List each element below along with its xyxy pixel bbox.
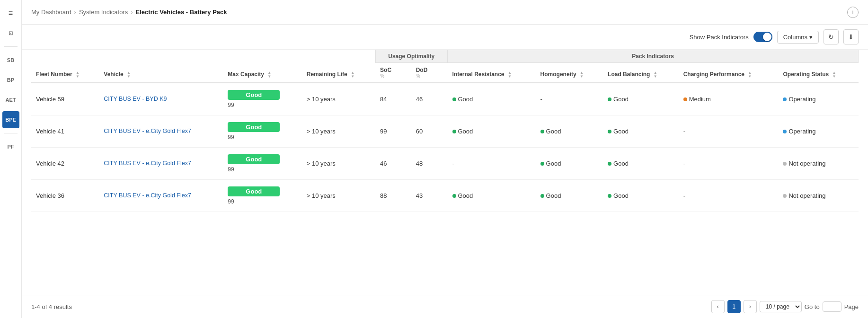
sort-remaining-life-icon: ▲▼ bbox=[351, 71, 354, 79]
col-fleet-number[interactable]: Fleet Number ▲▼ bbox=[31, 63, 99, 83]
prev-page-button[interactable]: ‹ bbox=[711, 300, 725, 313]
capacity-value: 99 bbox=[228, 134, 234, 141]
cell-value: Medium bbox=[679, 83, 779, 115]
sidebar-item-bpe[interactable]: BPE bbox=[2, 111, 19, 128]
header: My Dashboard › System Indicators › Elect… bbox=[22, 0, 868, 25]
table-row: Vehicle 59 CITY BUS EV - BYD K9 Good 99 … bbox=[31, 83, 859, 115]
page-label: Page bbox=[844, 303, 859, 310]
breadcrumb: My Dashboard › System Indicators › Elect… bbox=[31, 9, 227, 16]
col-charging-performance[interactable]: Charging Performance ▲▼ bbox=[679, 63, 779, 83]
footer: 1-4 of 4 results ‹ 1 › 10 / page 20 / pa… bbox=[22, 295, 868, 318]
group-pack-indicators: Pack Indicators bbox=[448, 50, 859, 63]
monitor-icon[interactable]: ⊡ bbox=[2, 25, 19, 42]
vehicle-cell: CITY BUS EV - e.City Gold Flex7 bbox=[99, 115, 223, 148]
capacity-bar: Good bbox=[228, 122, 280, 132]
sidebar-item-aet[interactable]: AET bbox=[2, 91, 19, 108]
header-right: i bbox=[847, 7, 859, 18]
dod-cell: 43 bbox=[411, 180, 448, 212]
gray-dot-icon bbox=[783, 162, 787, 166]
cell-value: Operating bbox=[778, 115, 858, 148]
remaining-life-cell: > 10 years bbox=[302, 115, 375, 148]
sidebar-divider-1 bbox=[4, 46, 18, 47]
cell-value: - bbox=[448, 148, 536, 180]
col-vehicle[interactable]: Vehicle ▲▼ bbox=[99, 63, 223, 83]
next-page-button[interactable]: › bbox=[744, 300, 757, 313]
fleet-number-cell: Vehicle 41 bbox=[31, 115, 99, 148]
breadcrumb-home[interactable]: My Dashboard bbox=[31, 9, 71, 16]
toolbar: Show Pack Indicators Columns ▾ ↻ ⬇ bbox=[22, 25, 868, 50]
vehicle-link[interactable]: CITY BUS EV - e.City Gold Flex7 bbox=[104, 128, 191, 134]
dod-cell: 60 bbox=[411, 115, 448, 148]
vehicle-link[interactable]: CITY BUS EV - e.City Gold Flex7 bbox=[104, 192, 191, 199]
vehicle-cell: CITY BUS EV - BYD K9 bbox=[99, 83, 223, 115]
remaining-life-cell: > 10 years bbox=[302, 180, 375, 212]
green-dot-icon bbox=[452, 97, 456, 101]
cell-value: Good bbox=[536, 148, 603, 180]
remaining-life-cell: > 10 years bbox=[302, 148, 375, 180]
sidebar-item-sb[interactable]: SB bbox=[2, 52, 19, 69]
green-dot-icon bbox=[608, 130, 611, 133]
vehicle-cell: CITY BUS EV - e.City Gold Flex7 bbox=[99, 180, 223, 212]
col-homogeneity[interactable]: Homogeneity ▲▼ bbox=[536, 63, 603, 83]
vehicle-link[interactable]: CITY BUS EV - BYD K9 bbox=[104, 96, 167, 102]
cell-value: - bbox=[679, 180, 779, 212]
breadcrumb-section[interactable]: System Indicators bbox=[79, 9, 128, 16]
sort-internal-resistance-icon: ▲▼ bbox=[508, 71, 512, 79]
group-usage-optimality: Usage Optimality bbox=[375, 50, 447, 63]
capacity-value: 99 bbox=[228, 198, 234, 205]
blue-dot-icon bbox=[783, 130, 787, 133]
max-capacity-cell: Good 99 bbox=[223, 83, 301, 115]
sidebar: ≡ ⊡ SB BP AET BPE PF bbox=[0, 0, 22, 318]
dod-cell: 46 bbox=[411, 83, 448, 115]
col-max-capacity[interactable]: Max Capacity ▲▼ bbox=[223, 63, 301, 83]
soc-cell: 99 bbox=[375, 115, 411, 148]
vehicle-link[interactable]: CITY BUS EV - e.City Gold Flex7 bbox=[104, 160, 191, 167]
show-pack-toggle[interactable] bbox=[753, 32, 772, 42]
goto-input[interactable] bbox=[823, 301, 841, 312]
remaining-life-cell: > 10 years bbox=[302, 83, 375, 115]
cell-value: Good bbox=[448, 115, 536, 148]
table-row: Vehicle 36 CITY BUS EV - e.City Gold Fle… bbox=[31, 180, 859, 212]
columns-button[interactable]: Columns ▾ bbox=[777, 31, 819, 44]
col-internal-resistance[interactable]: Internal Resistance ▲▼ bbox=[448, 63, 536, 83]
capacity-bar: Good bbox=[228, 90, 280, 100]
breadcrumb-current: Electric Vehicles - Battery Pack bbox=[136, 9, 227, 16]
green-dot-icon bbox=[540, 162, 544, 166]
sort-homogeneity-icon: ▲▼ bbox=[580, 71, 584, 79]
max-capacity-cell: Good 99 bbox=[223, 180, 301, 212]
info-icon[interactable]: i bbox=[847, 7, 859, 18]
hamburger-icon[interactable]: ≡ bbox=[2, 5, 19, 22]
group-empty bbox=[31, 50, 375, 63]
sort-fleet-number-icon: ▲▼ bbox=[76, 71, 80, 79]
group-header-row: Usage Optimality Pack Indicators bbox=[31, 50, 859, 63]
current-page-button[interactable]: 1 bbox=[727, 300, 741, 313]
cell-value: Good bbox=[603, 148, 679, 180]
sidebar-item-pf[interactable]: PF bbox=[2, 138, 19, 155]
sort-operating-status-icon: ▲▼ bbox=[833, 71, 836, 79]
col-operating-status[interactable]: Operating Status ▲▼ bbox=[778, 63, 858, 83]
green-dot-icon bbox=[540, 130, 544, 133]
gray-dot-icon bbox=[783, 194, 787, 198]
sidebar-item-bp[interactable]: BP bbox=[2, 71, 19, 88]
table-row: Vehicle 42 CITY BUS EV - e.City Gold Fle… bbox=[31, 148, 859, 180]
table-body: Vehicle 59 CITY BUS EV - BYD K9 Good 99 … bbox=[31, 83, 859, 212]
refresh-button[interactable]: ↻ bbox=[824, 29, 839, 44]
column-header-row: Fleet Number ▲▼ Vehicle ▲▼ Max Capacity … bbox=[31, 63, 859, 83]
cell-value: Good bbox=[603, 115, 679, 148]
pagination: ‹ 1 › 10 / page 20 / page 50 / page Go t… bbox=[711, 300, 859, 313]
fleet-number-cell: Vehicle 42 bbox=[31, 148, 99, 180]
cell-value: - bbox=[536, 83, 603, 115]
download-button[interactable]: ⬇ bbox=[843, 29, 859, 44]
cell-value: Good bbox=[536, 115, 603, 148]
max-capacity-cell: Good 99 bbox=[223, 148, 301, 180]
breadcrumb-sep-1: › bbox=[74, 9, 76, 16]
main-content: My Dashboard › System Indicators › Elect… bbox=[22, 0, 868, 318]
sort-vehicle-icon: ▲▼ bbox=[127, 71, 131, 79]
green-dot-icon bbox=[608, 194, 611, 198]
col-remaining-life[interactable]: Remaining Life ▲▼ bbox=[302, 63, 375, 83]
blue-dot-icon bbox=[783, 97, 787, 101]
per-page-select[interactable]: 10 / page 20 / page 50 / page bbox=[760, 301, 802, 312]
col-load-balancing[interactable]: Load Balancing ▲▼ bbox=[603, 63, 679, 83]
goto-label: Go to bbox=[805, 303, 820, 310]
fleet-number-cell: Vehicle 36 bbox=[31, 180, 99, 212]
